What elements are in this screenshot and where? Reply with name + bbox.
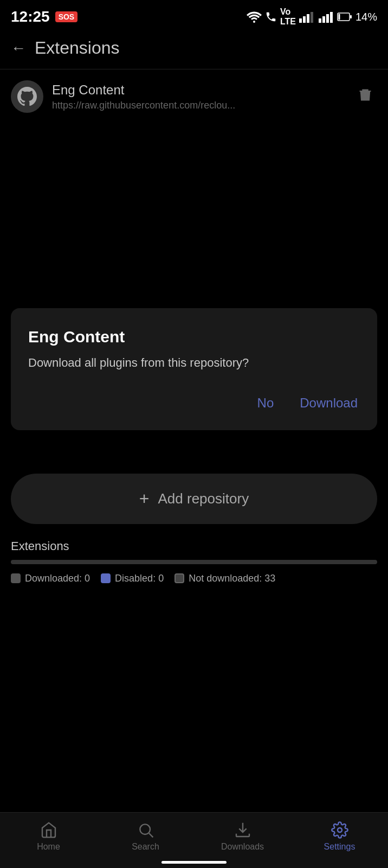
home-label: Home [37,842,60,852]
downloaded-stat: Downloaded: 0 [11,573,90,584]
downloads-icon [234,821,251,839]
empty-space [0,124,388,297]
bottom-spacer [0,593,388,680]
repository-item: Eng Content https://raw.githubuserconten… [0,69,388,124]
repo-name: Eng Content [52,82,345,98]
svg-point-0 [253,21,255,23]
svg-rect-11 [338,14,340,20]
status-right: VoLTE 14% [247,7,377,27]
svg-rect-2 [303,16,306,23]
search-icon [137,821,154,839]
downloaded-label: Downloaded: 0 [25,573,90,584]
dialog-actions: No Download [28,391,360,415]
nav-item-downloads[interactable]: Downloads [194,821,291,852]
not-downloaded-stat: Not downloaded: 33 [174,573,275,584]
not-downloaded-label: Not downloaded: 33 [189,573,275,584]
svg-rect-6 [322,16,325,23]
wifi-icon [247,11,262,23]
plus-icon: + [139,489,150,509]
repo-url: https://raw.githubusercontent.com/reclou… [52,100,345,111]
not-downloaded-dot [174,573,184,583]
disabled-label: Disabled: 0 [115,573,164,584]
settings-label: Settings [324,842,355,852]
dialog-message: Download all plugins from this repositor… [28,355,360,372]
svg-rect-5 [319,18,321,23]
volte-indicator: VoLTE [280,7,296,27]
svg-rect-10 [350,15,352,18]
repo-info: Eng Content https://raw.githubuserconten… [52,82,345,111]
svg-rect-4 [311,12,313,23]
extensions-label: Extensions [11,539,377,553]
status-sos: SOS [55,11,78,22]
downloaded-dot [11,573,21,583]
download-button[interactable]: Download [298,391,360,415]
status-time: 12:25 [11,8,50,25]
repo-icon-container [11,80,43,113]
page-header: ← Extensions [0,33,388,69]
extensions-section: Extensions Downloaded: 0 Disabled: 0 Not… [0,524,388,593]
battery-icon [337,11,352,23]
signal-icon [299,11,315,23]
status-left: 12:25 SOS [11,8,77,25]
add-repository-button[interactable]: + Add repository [11,474,377,524]
delete-repo-button[interactable] [353,83,377,111]
svg-rect-3 [307,14,309,23]
disabled-stat: Disabled: 0 [101,573,164,584]
status-bar: 12:25 SOS VoLTE [0,0,388,33]
signal2-icon [319,11,334,23]
home-icon [40,821,57,839]
bottom-nav: Home Search Downloads Settings [0,812,388,868]
svg-line-13 [149,833,153,837]
svg-rect-7 [326,14,329,23]
download-dialog: Eng Content Download all plugins from th… [11,308,377,430]
svg-rect-1 [299,18,302,23]
svg-point-12 [140,824,150,834]
svg-rect-8 [330,12,333,23]
page-title: Extensions [35,38,120,58]
nav-item-home[interactable]: Home [0,821,97,852]
dialog-title: Eng Content [28,328,360,346]
progress-bar-track [11,560,377,564]
search-label: Search [132,842,159,852]
disabled-dot [101,573,111,583]
nav-item-settings[interactable]: Settings [291,821,388,852]
nav-indicator [161,861,227,864]
nav-item-search[interactable]: Search [97,821,194,852]
gap [0,441,388,463]
phone-icon [265,11,277,23]
downloads-label: Downloads [221,842,264,852]
extensions-stats: Downloaded: 0 Disabled: 0 Not downloaded… [11,573,377,584]
settings-icon [331,821,348,839]
github-icon [17,87,37,106]
add-repo-label: Add repository [158,490,249,507]
no-button[interactable]: No [255,391,276,415]
back-button[interactable]: ← [11,40,26,57]
battery-percent: 14% [355,11,377,23]
add-repo-section: + Add repository [0,474,388,524]
svg-point-14 [338,828,342,832]
